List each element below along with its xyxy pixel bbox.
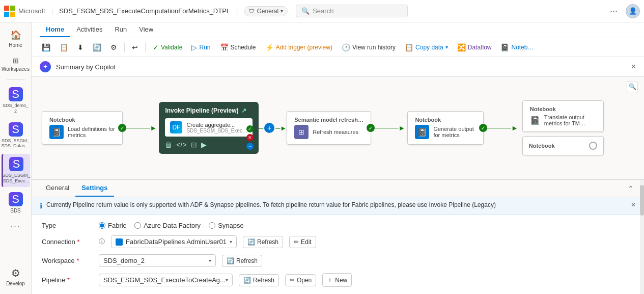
sidebar-item-more[interactable]: ··· [2,219,30,234]
tab-general[interactable]: General [40,180,75,197]
notebook2-title: Notebook [415,117,474,123]
refresh-toolbar-button[interactable]: 🔄 [89,41,105,54]
run-button[interactable]: ▷ Run [187,41,214,54]
connection-refresh-icon: 🔄 [247,238,255,246]
sidebar-item-sds-demo[interactable]: S SDS_demo_2 [2,84,30,117]
publish-button[interactable]: 📋 [55,41,72,54]
invoke-code-button[interactable]: </> [176,141,186,149]
external-link-icon[interactable]: ↗ [241,107,246,114]
download-button[interactable]: ⬇ [73,41,88,54]
circle-node[interactable]: Notebook [522,136,604,155]
sidebar-item-develop[interactable]: ⚙ Develop [2,264,30,290]
search-icon: 🔍 [301,7,310,15]
settings-toolbar-button[interactable]: ⚙ [106,41,121,54]
validate-button[interactable]: ✓ Validate [149,41,186,54]
settings-scrollbar[interactable] [640,180,644,294]
notebook-node-2[interactable]: Notebook 📓 Generate outputfor metrics ✓ [407,111,484,145]
workspace-refresh-button[interactable]: 🔄 Refresh [222,255,262,267]
type-radio-group: Fabric Azure Data Factory Synapse [99,222,244,229]
sidebar-item-sds-esgm-data[interactable]: S SDS_ESGM_SDS_Datas… [2,119,30,152]
pipeline-select[interactable]: SDS_ESGM_SDS_ExecuteToCreateAg... ▾ [99,274,233,286]
status-error: ✕ [246,134,254,141]
circle-node-title: Notebook [529,143,555,149]
develop-icon: ⚙ [11,267,20,279]
connection-row: Connection ⓘ FabricDataPipelines AdminUs… [42,232,634,251]
sidebar-divider [7,79,25,80]
history-icon: 🕐 [342,43,350,51]
connection-help-icon[interactable]: ⓘ [99,237,105,246]
schedule-button[interactable]: 📅 Schedule [216,41,260,54]
pipeline-new-button[interactable]: ＋ New [322,273,352,287]
breadcrumb[interactable]: SDS_ESGM_SDS_ExecuteComputationForMetric… [59,7,230,15]
pipeline-refresh-button[interactable]: 🔄 Refresh [239,274,279,286]
copilot-banner: ✦ Summary by Copilot × [32,57,644,77]
connection-select[interactable]: FabricDataPipelines AdminUser01 ▾ [111,235,237,248]
tab-view[interactable]: View [133,22,159,37]
sidebar-item-sds[interactable]: S SDS [2,189,30,217]
translate-node[interactable]: Notebook 📓 Translate outputmetrics for T… [522,100,604,132]
pipeline-open-button[interactable]: ✏ Open [285,274,316,286]
workspace-select[interactable]: SDS_demo_2 ▾ [99,254,216,267]
view-run-history-button[interactable]: 🕐 View run history [338,41,400,54]
connection-edit-button[interactable]: ✏ Edit [289,236,316,248]
radio-synapse[interactable]: Synapse [209,222,244,229]
invoke-delete-button[interactable]: 🗑 [165,141,172,149]
tab-settings[interactable]: Settings [75,180,114,197]
notebook2-check: ✓ [479,124,487,132]
settings-scrollbar-thumb[interactable] [640,185,644,216]
copy-data-button[interactable]: 📋 Copy data ▾ [401,41,452,54]
radio-adf-input[interactable] [134,222,141,229]
right-nodes: Notebook 📓 Translate outputmetrics for T… [522,100,604,155]
arrow-1: ─────► [123,124,159,132]
tab-run[interactable]: Run [108,22,133,37]
status-success: ✓ [246,125,254,132]
invoke-copy-button[interactable]: ⊡ [191,141,197,149]
general-badge[interactable]: 🛡 General ▾ [244,6,288,16]
search-box[interactable]: 🔍 Search [296,5,408,17]
semantic-node[interactable]: Semantic model refresh… ⊞ Refresh measur… [287,111,371,145]
semantic-check: ✓ [367,124,375,132]
more-options-button[interactable]: ··· [607,4,621,18]
invoke-title: Invoke Pipeline (Preview) ↗ [165,107,253,114]
info-text: Currently Pipeline return value is only … [46,201,496,208]
invoke-pipeline-node[interactable]: Invoke Pipeline (Preview) ↗ DF Create ag… [159,102,259,154]
tab-activities[interactable]: Activities [70,22,108,37]
radio-adf[interactable]: Azure Data Factory [134,222,201,229]
translate-title: Notebook [530,106,585,112]
sidebar-item-workspaces[interactable]: ⊞ Workspaces [2,54,30,75]
info-bar: ℹ Currently Pipeline return value is onl… [32,197,644,215]
home-icon: 🏠 [10,30,21,41]
save-button[interactable]: 💾 [38,41,54,54]
chevron-down-icon: ▾ [281,8,283,14]
sidebar-item-home[interactable]: 🏠 Home [2,26,30,51]
undo-button[interactable]: ↩ [128,41,142,54]
notebook1-icon: 📓 [49,125,64,139]
invoke-run-button[interactable]: ▶ [201,141,207,149]
search-placeholder: Search [313,7,333,15]
copilot-close-button[interactable]: × [631,62,636,71]
canvas-search-button[interactable]: 🔍 [627,81,638,92]
settings-tabs: General Settings ⌃ [32,180,644,197]
radio-fabric[interactable]: Fabric [99,222,126,229]
workspaces-icon: ⊞ [13,57,19,65]
add-trigger-button[interactable]: ⚡ Add trigger (preview) [261,41,337,54]
data-factory-icon [116,238,123,246]
workspace-value: SDS_demo_2 [103,257,145,264]
sds-demo-icon: S [9,87,23,101]
pipeline-value: SDS_ESGM_SDS_ExecuteToCreateAg... [103,276,226,284]
add-node-button[interactable]: + [264,123,274,133]
tab-home[interactable]: Home [40,22,70,37]
info-close-button[interactable]: ✕ [631,201,636,208]
dataflow-button[interactable]: 🔀 Dataflow [453,41,496,54]
radio-synapse-input[interactable] [209,222,215,229]
sidebar-item-sds-esgm-exec[interactable]: S SDS_ESGM_SDS_Exec… [2,154,30,187]
radio-fabric-input[interactable] [99,222,105,229]
user-avatar[interactable]: 👤 [626,4,640,18]
notebook-toolbar-button[interactable]: 📓 Noteb… [496,41,538,54]
notebook-node-1[interactable]: Notebook 📓 Load definitions formetrics ✓ [42,111,123,145]
canvas-area[interactable]: Notebook 📓 Load definitions formetrics ✓… [32,77,644,179]
pipeline-label: Pipeline [42,276,93,284]
collapse-settings-button[interactable]: ⌃ [626,182,636,195]
connection-refresh-button[interactable]: 🔄 Refresh [243,236,283,248]
workspace-label: Workspace [42,257,93,264]
